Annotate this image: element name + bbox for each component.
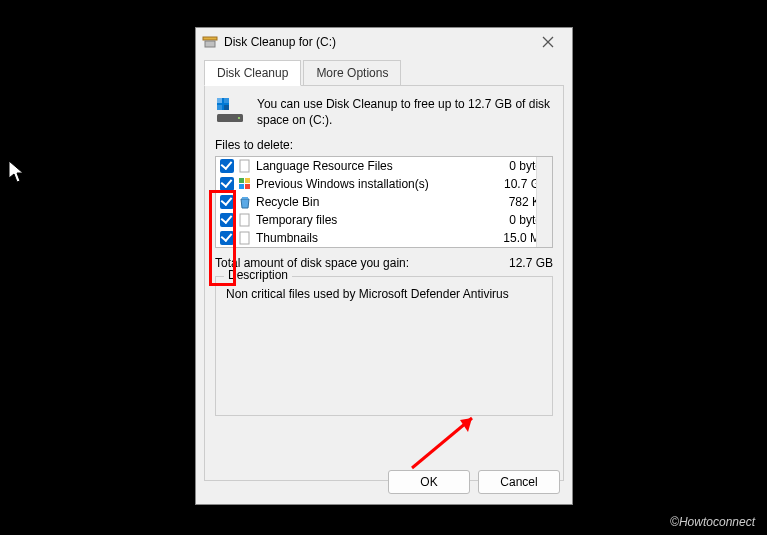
ok-button[interactable]: OK: [388, 470, 470, 494]
list-item[interactable]: Temporary files 0 bytes: [216, 211, 552, 229]
list-item[interactable]: Previous Windows installation(s) 10.7 GB: [216, 175, 552, 193]
checkbox[interactable]: [220, 177, 234, 191]
scrollbar[interactable]: [536, 157, 552, 247]
svg-point-10: [238, 117, 240, 119]
svg-rect-8: [224, 105, 229, 110]
info-row: You can use Disk Cleanup to free up to 1…: [215, 96, 553, 128]
list-item[interactable]: Language Resource Files 0 bytes: [216, 157, 552, 175]
svg-rect-18: [240, 232, 249, 244]
recycle-bin-icon: [238, 195, 252, 209]
list-item[interactable]: Thumbnails 15.0 MB: [216, 229, 552, 247]
checkbox[interactable]: [220, 231, 234, 245]
svg-rect-6: [224, 98, 229, 103]
watermark: ©Howtoconnect: [670, 515, 755, 529]
file-icon: [238, 231, 252, 245]
svg-rect-17: [240, 214, 249, 226]
description-legend: Description: [224, 268, 292, 282]
window-title: Disk Cleanup for (C:): [224, 35, 530, 49]
file-name: Previous Windows installation(s): [256, 177, 488, 191]
svg-rect-15: [245, 184, 250, 189]
file-icon: [238, 213, 252, 227]
close-button[interactable]: [530, 30, 566, 54]
button-row: OK Cancel: [388, 470, 560, 494]
svg-rect-7: [217, 105, 222, 110]
tab-more-options[interactable]: More Options: [303, 60, 401, 86]
svg-rect-11: [240, 160, 249, 172]
total-value: 12.7 GB: [509, 256, 553, 270]
svg-rect-5: [217, 98, 222, 103]
description-group: Description Non critical files used by M…: [215, 276, 553, 416]
checkbox[interactable]: [220, 213, 234, 227]
windows-icon: [238, 177, 252, 191]
svg-rect-13: [245, 178, 250, 183]
checkbox[interactable]: [220, 195, 234, 209]
tab-strip: Disk Cleanup More Options: [204, 60, 564, 86]
file-name: Temporary files: [256, 213, 488, 227]
drive-icon: [215, 96, 247, 124]
svg-rect-16: [242, 197, 248, 199]
svg-rect-0: [203, 37, 217, 40]
titlebar: Disk Cleanup for (C:): [196, 28, 572, 56]
info-text: You can use Disk Cleanup to free up to 1…: [257, 96, 553, 128]
description-text: Non critical files used by Microsoft Def…: [226, 287, 542, 301]
file-icon: [238, 159, 252, 173]
disk-cleanup-dialog: Disk Cleanup for (C:) Disk Cleanup More …: [195, 27, 573, 505]
checkbox[interactable]: [220, 159, 234, 173]
file-name: Language Resource Files: [256, 159, 488, 173]
svg-rect-14: [239, 184, 244, 189]
cleanup-panel: You can use Disk Cleanup to free up to 1…: [204, 85, 564, 481]
disk-cleanup-icon: [202, 34, 218, 50]
svg-rect-1: [205, 41, 215, 47]
svg-rect-12: [239, 178, 244, 183]
tab-disk-cleanup[interactable]: Disk Cleanup: [204, 60, 301, 86]
files-to-delete-label: Files to delete:: [215, 138, 553, 152]
file-name: Recycle Bin: [256, 195, 488, 209]
file-name: Thumbnails: [256, 231, 488, 245]
list-item[interactable]: Recycle Bin 782 KB: [216, 193, 552, 211]
file-list[interactable]: Language Resource Files 0 bytes Previous…: [215, 156, 553, 248]
cancel-button[interactable]: Cancel: [478, 470, 560, 494]
mouse-cursor-icon: [8, 160, 26, 184]
